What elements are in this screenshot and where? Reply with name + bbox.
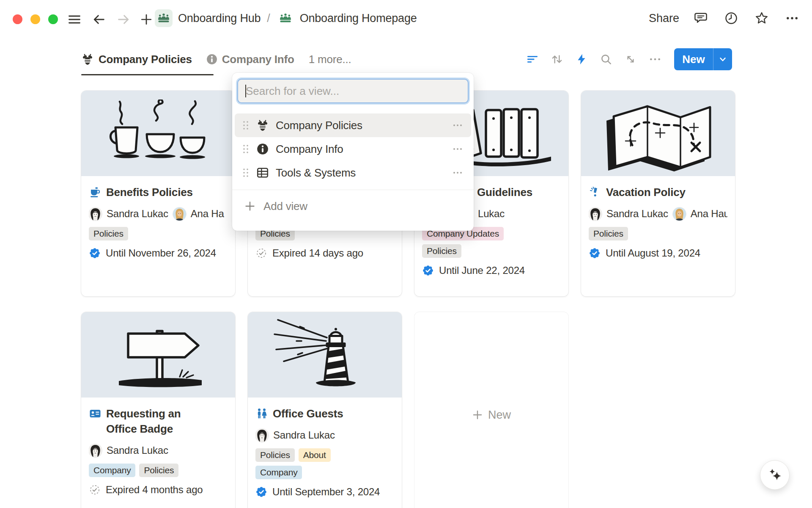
- avatar: [173, 207, 186, 221]
- expand-view-button[interactable]: [622, 50, 639, 68]
- database-view-bar: Company Policies Company Info 1 more...: [0, 42, 812, 76]
- view-options-icon[interactable]: [448, 167, 464, 179]
- search-icon: [600, 53, 612, 66]
- tag: Policies: [139, 464, 178, 477]
- person-name: Lukac: [478, 208, 505, 220]
- tag: Company: [89, 464, 135, 477]
- card-status: Until June 22, 2024: [422, 265, 561, 276]
- card-title: Office Guests: [255, 406, 394, 421]
- person-name: Sandra Lukac: [606, 208, 668, 220]
- breadcrumb-current-label[interactable]: Onboarding Homepage: [300, 12, 417, 25]
- avatar: [673, 207, 686, 221]
- tab-label: Company Info: [222, 53, 294, 66]
- card-title-text: Office Guests: [273, 406, 343, 421]
- back-arrow-icon: [92, 12, 106, 27]
- avatar: [89, 207, 102, 221]
- favorite-button[interactable]: [753, 9, 771, 27]
- view-item-company-info[interactable]: Company Info: [235, 137, 471, 161]
- card-title: Benefits Policies: [89, 185, 228, 200]
- comments-button[interactable]: [692, 9, 710, 27]
- share-button[interactable]: Share: [649, 12, 679, 25]
- card-people: Sandra Lukac Ana Ha: [89, 207, 228, 221]
- text-caret: [245, 85, 246, 97]
- updates-button[interactable]: [722, 9, 740, 27]
- tag: Company: [255, 466, 302, 479]
- people-group-icon: [279, 12, 292, 25]
- person-name: Ana Ha: [191, 208, 224, 220]
- people-group-icon: [157, 12, 170, 25]
- bee-icon: [256, 119, 269, 132]
- sparkles-icon: [766, 466, 784, 484]
- view-item-company-policies[interactable]: Company Policies: [235, 113, 471, 137]
- more-views-button[interactable]: 1 more...: [309, 53, 351, 66]
- card-people: Sandra Lukac: [89, 443, 228, 458]
- card-people: Sandra Lukac Ana Hau: [589, 207, 727, 221]
- view-more-button[interactable]: [646, 50, 664, 68]
- chevron-down-icon[interactable]: [713, 54, 732, 65]
- card-cover: [81, 312, 235, 398]
- card-body: Vacation Policy Sandra Lukac Ana Hau Pol…: [581, 176, 735, 266]
- card-status: Expired 14 days ago: [255, 247, 394, 259]
- gallery-card-vacation-policy[interactable]: Vacation Policy Sandra Lukac Ana Hau Pol…: [581, 91, 735, 296]
- view-tabs: Company Policies Company Info 1 more...: [81, 42, 351, 76]
- breadcrumb-separator: /: [266, 12, 271, 25]
- new-record-button[interactable]: New: [674, 48, 732, 70]
- updates-clock-icon: [724, 11, 738, 25]
- person-name: Sandra Lukac: [273, 429, 335, 441]
- close-window-button[interactable]: [13, 14, 22, 24]
- breadcrumb-root-label[interactable]: Onboarding Hub: [178, 12, 261, 25]
- automations-button[interactable]: [573, 50, 590, 68]
- filter-button[interactable]: [524, 50, 541, 68]
- sort-button[interactable]: [548, 50, 566, 68]
- card-tags: Policies: [589, 227, 727, 240]
- gallery-card-benefits-policies[interactable]: Benefits Policies Sandra Lukac Ana Ha Po…: [81, 91, 235, 296]
- new-page-button[interactable]: [139, 12, 154, 27]
- back-button[interactable]: [91, 12, 107, 27]
- new-button-label: New: [674, 53, 713, 66]
- views-list: Company Policies Company Info: [232, 113, 474, 217]
- tag: Policies: [422, 244, 461, 258]
- breadcrumb-current-link[interactable]: [277, 9, 294, 27]
- more-options-icon: [785, 11, 799, 25]
- card-title-text: Vacation Policy: [606, 185, 686, 200]
- new-card-button[interactable]: New: [414, 312, 568, 508]
- drag-handle-icon[interactable]: [242, 120, 250, 130]
- view-search-input[interactable]: [237, 79, 469, 103]
- new-card-label: New: [488, 409, 511, 422]
- card-status: Until August 19, 2024: [589, 247, 727, 259]
- card-status: Until September 3, 2024: [255, 486, 394, 498]
- drag-handle-icon[interactable]: [242, 168, 250, 178]
- view-item-tools-systems[interactable]: Tools & Systems: [235, 161, 471, 185]
- views-dropdown: Company Policies Company Info: [232, 73, 474, 231]
- comments-icon: [694, 11, 708, 25]
- zoom-window-button[interactable]: [48, 14, 58, 24]
- gallery-card-office-guests[interactable]: Office Guests Sandra Lukac Policies Abou…: [248, 312, 402, 508]
- minimize-window-button[interactable]: [30, 14, 40, 24]
- tab-company-info[interactable]: Company Info: [206, 53, 294, 66]
- forward-button[interactable]: [116, 12, 131, 27]
- card-tags: Policies: [89, 227, 228, 240]
- sidebar-menu-button[interactable]: [67, 12, 82, 27]
- card-tags: Company Policies: [89, 464, 228, 477]
- drag-handle-icon[interactable]: [242, 144, 250, 154]
- plus-icon: [472, 409, 483, 420]
- tab-company-policies[interactable]: Company Policies: [81, 53, 192, 66]
- status-text: Until November 26, 2024: [106, 247, 216, 259]
- gallery-card-office-badge[interactable]: Requesting an Office Badge Sandra Lukac …: [81, 312, 235, 508]
- card-title-text: Requesting an Office Badge: [106, 406, 195, 436]
- card-title: Vacation Policy: [589, 185, 727, 200]
- card-tags: Policies: [422, 244, 561, 258]
- page-more-button[interactable]: [783, 9, 801, 27]
- plus-icon: [139, 12, 154, 27]
- ai-assistant-button[interactable]: [760, 460, 790, 490]
- search-view-button[interactable]: [597, 50, 615, 68]
- filter-icon: [526, 53, 539, 66]
- view-options-icon[interactable]: [448, 143, 464, 155]
- avatar: [255, 429, 269, 442]
- breadcrumb-root-link[interactable]: [155, 9, 173, 27]
- add-view-button[interactable]: Add view: [232, 195, 474, 217]
- person-name: Ana Hau: [691, 208, 727, 220]
- expired-dashed-icon: [89, 484, 101, 496]
- view-options-icon[interactable]: [448, 119, 464, 131]
- view-item-label: Tools & Systems: [276, 166, 448, 179]
